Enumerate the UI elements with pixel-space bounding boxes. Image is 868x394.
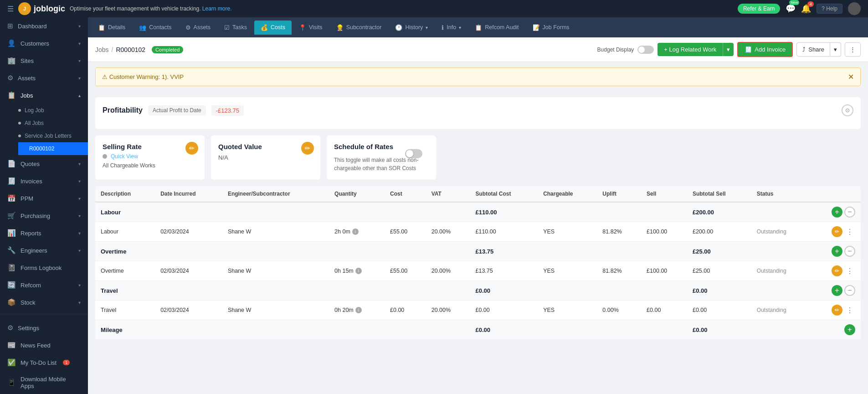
qty-info-icon[interactable]: i	[355, 307, 362, 313]
warning-close-button[interactable]: ✕	[848, 73, 854, 81]
sidebar-item-forms-logbook[interactable]: 📓 Forms Logbook	[0, 259, 88, 276]
travel-row-edit-button[interactable]: ✏	[832, 305, 842, 316]
sidebar-item-all-jobs[interactable]: All Jobs	[18, 117, 88, 130]
overtime-add-button[interactable]: +	[832, 246, 842, 257]
tab-assets[interactable]: ⚙ Assets	[179, 21, 217, 35]
user-avatar[interactable]	[848, 2, 861, 15]
quoted-value-value: N/A	[218, 154, 313, 161]
log-work-group: + Log Related Work ▾	[657, 43, 734, 56]
sidebar-item-jobs[interactable]: 📋 Jobs ▴	[0, 87, 88, 104]
sidebar-label-ppm: PPM	[21, 195, 33, 202]
sidebar-item-service-job-letters[interactable]: Service Job Letters	[18, 130, 88, 142]
notifications-icon[interactable]: 🔔4	[801, 4, 811, 14]
overtime-row-sell: £100.00	[641, 261, 687, 281]
sor-toggle-knob	[406, 150, 413, 157]
profit-stat-value: -£123.75	[211, 105, 244, 116]
more-button[interactable]: ⋮	[845, 42, 861, 57]
tab-refcom-audit[interactable]: 📋 Refcom Audit	[468, 21, 525, 35]
travel-row-kebab-button[interactable]: ⋮	[844, 306, 855, 315]
budget-display: Budget Display	[597, 46, 654, 54]
quick-view-dot	[103, 154, 107, 159]
qty-info-icon[interactable]: i	[352, 228, 359, 235]
tab-visits[interactable]: 📍 Visits	[293, 21, 329, 35]
sidebar-label-sites: Sites	[21, 57, 34, 64]
group-name-overtime: Overtime	[95, 242, 155, 261]
labour-collapse-button[interactable]: −	[844, 207, 855, 218]
sidebar-item-ppm[interactable]: 📅 PPM ▾	[0, 190, 88, 207]
refer-earn-button[interactable]: Refer & Earn	[738, 4, 780, 14]
sidebar-item-dashboard[interactable]: ⊞ Dashboard ▾	[0, 17, 88, 35]
sidebar-item-download-apps[interactable]: 📱 Download Mobile Apps	[0, 371, 88, 394]
tab-label-refcom-audit: Refcom Audit	[485, 24, 519, 31]
sidebar-item-log-job[interactable]: Log Job	[18, 104, 88, 117]
selling-rate-edit-icon[interactable]: ✏	[185, 142, 198, 155]
sidebar-item-my-to-do[interactable]: ✅ My To-Do List 1	[0, 354, 88, 371]
tab-tasks[interactable]: ☑ Tasks	[218, 21, 253, 35]
sidebar-item-stock[interactable]: 📦 Stock ▾	[0, 294, 88, 311]
share-dropdown-button[interactable]: ▾	[830, 42, 841, 57]
overtime-collapse-button[interactable]: −	[844, 246, 855, 257]
logo-icon: J	[18, 2, 31, 15]
sidebar-item-customers[interactable]: 👤 Customers ▾	[0, 35, 88, 52]
learn-more-link[interactable]: Learn more.	[202, 5, 232, 12]
status-badge: Completed	[152, 46, 183, 53]
sidebar-item-sites[interactable]: 🏢 Sites ▾	[0, 52, 88, 69]
table-row-group-mileage: Mileage £0.00 £0.00	[95, 320, 861, 340]
breadcrumb-jobs[interactable]: Jobs	[95, 46, 109, 53]
log-related-work-button[interactable]: + Log Related Work	[657, 43, 723, 56]
sor-toggle[interactable]	[405, 149, 422, 158]
tab-details[interactable]: 📋 Details	[92, 21, 132, 35]
sidebar-item-invoices[interactable]: 🧾 Invoices ▾	[0, 172, 88, 190]
overtime-row-kebab-button[interactable]: ⋮	[844, 267, 855, 275]
budget-toggle[interactable]	[637, 46, 654, 54]
log-work-dropdown-button[interactable]: ▾	[723, 43, 734, 56]
sidebar-item-news-feed[interactable]: 📰 News Feed	[0, 337, 88, 354]
qty-info-icon[interactable]: i	[355, 268, 362, 274]
content-wrapper: 📋 Details 👥 Contacts ⚙ Assets ☑ Tasks 💰	[88, 17, 868, 394]
travel-add-button[interactable]: +	[832, 285, 842, 296]
messages-icon[interactable]: 💬New	[786, 4, 796, 14]
hamburger-icon[interactable]: ☰	[7, 5, 14, 13]
tab-contacts[interactable]: 👥 Contacts	[133, 21, 178, 35]
sidebar-label-quotes: Quotes	[21, 161, 40, 167]
add-invoice-button[interactable]: 🧾 Add Invoice	[737, 42, 793, 57]
tab-history[interactable]: 🕐 History ▾	[389, 21, 434, 35]
share-icon: ⤴	[802, 46, 806, 53]
travel-collapse-button[interactable]: −	[844, 285, 855, 296]
sidebar-item-quotes[interactable]: 📄 Quotes ▾	[0, 155, 88, 172]
tab-label-details: Details	[108, 24, 125, 31]
rate-cards: Selling Rate Quick View All Chargeable W…	[95, 135, 861, 180]
quoted-value-edit-icon[interactable]: ✏	[301, 142, 314, 155]
help-button[interactable]: ? Help	[817, 4, 842, 14]
labour-row-edit-button[interactable]: ✏	[832, 226, 842, 237]
sidebar-item-reports[interactable]: 📊 Reports ▾	[0, 224, 88, 242]
profitability-toggle-btn[interactable]: ⊙	[842, 104, 853, 116]
sidebar-item-engineers[interactable]: 🔧 Engineers ▾	[0, 242, 88, 259]
tab-job-forms[interactable]: 📝 Job Forms	[526, 21, 576, 35]
labour-group-actions: + −	[816, 207, 855, 218]
col-uplift: Uplift	[597, 186, 641, 202]
share-button[interactable]: ⤴ Share	[796, 42, 830, 57]
profit-stat-label: Actual Profit to Date	[148, 105, 206, 115]
sidebar-item-assets[interactable]: ⚙ Assets ▾	[0, 69, 88, 87]
table-row-group-overtime: Overtime £13.75 £25.00	[95, 242, 861, 261]
overtime-row-edit-button[interactable]: ✏	[832, 265, 842, 276]
sidebar-item-current-job[interactable]: R0000102	[18, 142, 88, 155]
sidebar-item-purchasing[interactable]: 🛒 Purchasing ▾	[0, 207, 88, 224]
mileage-add-button[interactable]: +	[844, 324, 855, 335]
tab-costs[interactable]: 💰 Costs	[254, 21, 292, 35]
sidebar-item-settings[interactable]: ⚙ Settings	[0, 319, 88, 337]
profitability-title: Profitability	[103, 106, 143, 114]
quick-view-link[interactable]: Quick View	[111, 153, 138, 160]
labour-row-actions: ✏ ⋮	[816, 226, 855, 237]
group-name-mileage: Mileage	[95, 320, 155, 340]
labour-add-button[interactable]: +	[832, 207, 842, 218]
sidebar-label-download-apps: Download Mobile Apps	[21, 376, 81, 389]
tab-subcontractor[interactable]: 👷 Subcontractor	[330, 21, 388, 35]
sidebar-item-refcom[interactable]: 🔄 Refcom ▾	[0, 276, 88, 294]
share-group: ⤴ Share ▾	[796, 42, 841, 57]
travel-row-description: Travel	[95, 301, 155, 320]
job-forms-tab-icon: 📝	[533, 24, 540, 31]
tab-info[interactable]: ℹ Info ▾	[435, 21, 467, 35]
labour-row-kebab-button[interactable]: ⋮	[844, 228, 855, 236]
